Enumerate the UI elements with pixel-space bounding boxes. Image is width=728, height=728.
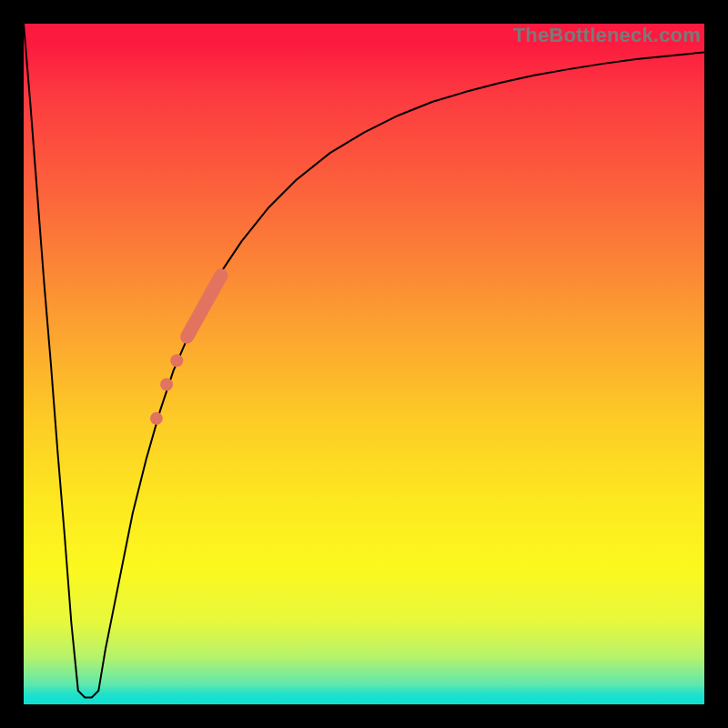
chart-frame: TheBottleneck.com bbox=[0, 0, 728, 728]
plot-area: TheBottleneck.com bbox=[24, 24, 704, 704]
marker-dot bbox=[160, 378, 173, 390]
marker-segment bbox=[187, 276, 221, 337]
watermark-text: TheBottleneck.com bbox=[513, 24, 701, 47]
bottleneck-curve bbox=[24, 24, 704, 698]
highlighted-markers bbox=[150, 276, 221, 425]
chart-svg bbox=[24, 24, 704, 704]
marker-dot bbox=[150, 412, 163, 425]
marker-dot bbox=[170, 354, 183, 367]
